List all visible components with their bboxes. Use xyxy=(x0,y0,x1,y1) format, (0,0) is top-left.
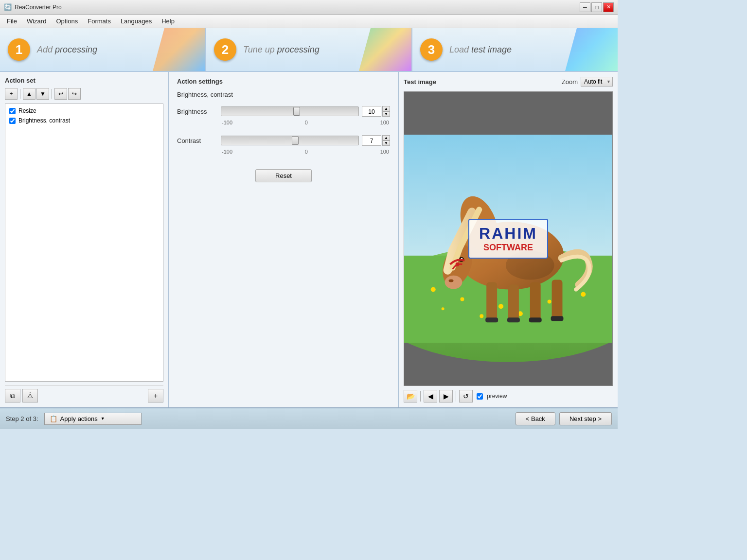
reset-button[interactable]: Reset xyxy=(255,169,312,182)
step-dropdown[interactable]: 📋 Apply actions ▼ xyxy=(44,413,142,425)
brightness-label: Brightness, contrast xyxy=(18,117,70,124)
svg-point-9 xyxy=(480,314,483,318)
back-button[interactable]: < Back xyxy=(516,412,555,425)
step-1-number: 1 xyxy=(8,38,30,61)
contrast-value: 7 xyxy=(362,135,381,146)
app-title: ReaConverter Pro xyxy=(15,4,580,11)
redo-btn[interactable]: ↪ xyxy=(68,88,81,100)
step-3-panel[interactable]: 3 Load test image xyxy=(412,28,618,71)
zoom-select[interactable]: Auto fit 25% 50% 75% 100% 200% xyxy=(581,77,613,87)
brightness-mid: 0 xyxy=(305,120,308,125)
paste-action-btn[interactable]: ⧊ xyxy=(22,389,38,402)
contrast-scale: -100 0 100 xyxy=(221,149,390,155)
brightness-checkbox[interactable] xyxy=(9,118,16,124)
left-bottom-toolbar: ⧉ ⧊ + xyxy=(5,385,163,402)
move-down-btn[interactable]: ▼ xyxy=(36,88,49,100)
svg-rect-23 xyxy=(485,317,498,322)
svg-rect-22 xyxy=(552,280,563,320)
action-item-brightness[interactable]: Brightness, contrast xyxy=(7,116,161,125)
svg-point-5 xyxy=(498,304,503,309)
horse-image xyxy=(404,92,612,385)
test-image-container: RAHIM SOFTWARE xyxy=(404,91,613,386)
open-image-btn[interactable]: 📂 xyxy=(404,390,417,402)
brightness-decrement[interactable]: ▼ xyxy=(382,111,390,117)
contrast-thumb[interactable] xyxy=(292,136,299,145)
main-content: Action set + ▲ ▼ ↩ ↪ Resize Brightness, … xyxy=(0,72,618,407)
svg-rect-20 xyxy=(508,285,519,321)
img-sep-1 xyxy=(420,391,421,402)
step-2-decoration xyxy=(353,28,411,71)
title-bar: 🔄 ReaConverter Pro ─ □ ✕ xyxy=(0,0,618,15)
brightness-increment[interactable]: ▲ xyxy=(382,106,390,111)
undo-btn[interactable]: ↩ xyxy=(54,88,67,100)
right-panel-header: Test image Zoom Auto fit 25% 50% 75% 100… xyxy=(404,77,613,87)
zoom-label: Zoom xyxy=(562,78,578,86)
status-bar: Step 2 of 3: 📋 Apply actions ▼ < Back Ne… xyxy=(0,407,618,429)
zoom-select-wrapper: Auto fit 25% 50% 75% 100% 200% xyxy=(581,77,613,87)
brightness-scale: -100 0 100 xyxy=(221,120,390,125)
middle-panel: Action settings Brightness, contrast Bri… xyxy=(169,72,399,407)
app-icon: 🔄 xyxy=(4,3,12,11)
action-item-resize[interactable]: Resize xyxy=(7,106,161,116)
next-button[interactable]: Next step > xyxy=(559,412,612,425)
action-toolbar: + ▲ ▼ ↩ ↪ xyxy=(5,88,163,100)
step-1-decoration xyxy=(147,28,205,71)
contrast-decrement[interactable]: ▼ xyxy=(382,140,390,146)
contrast-slider[interactable] xyxy=(221,136,359,145)
step-2-panel[interactable]: 2 Tune up processing xyxy=(206,28,412,71)
menu-wizard[interactable]: Wizard xyxy=(22,16,51,27)
brightness-max: 100 xyxy=(380,120,389,125)
menu-bar: File Wizard Options Formats Languages He… xyxy=(0,15,618,28)
svg-rect-19 xyxy=(486,282,497,321)
menu-formats[interactable]: Formats xyxy=(83,16,116,27)
brightness-thumb[interactable] xyxy=(293,107,300,116)
settings-subtitle: Brightness, contrast xyxy=(177,91,390,98)
maximize-button[interactable]: □ xyxy=(591,2,602,12)
brightness-min: -100 xyxy=(222,120,232,125)
action-settings-title: Action settings xyxy=(177,78,390,85)
steps-header: 1 Add processing 2 Tune up processing 3 … xyxy=(0,28,618,72)
image-bottom-toolbar: 📂 ◀ ▶ ↺ preview xyxy=(404,390,613,402)
step-3-text: Load test image xyxy=(449,45,512,55)
toolbar-sep-1 xyxy=(20,89,20,99)
close-button[interactable]: ✕ xyxy=(603,2,614,12)
next-image-btn[interactable]: ▶ xyxy=(439,390,453,402)
add-action-btn[interactable]: + xyxy=(5,88,18,100)
resize-checkbox[interactable] xyxy=(9,108,16,114)
toolbar-sep-2 xyxy=(52,89,52,99)
copy-action-btn[interactable]: ⧉ xyxy=(5,389,20,402)
svg-point-4 xyxy=(460,297,464,301)
nav-buttons: < Back Next step > xyxy=(516,412,612,425)
action-list: Resize Brightness, contrast xyxy=(5,104,163,382)
svg-point-28 xyxy=(506,251,554,280)
step-2-number: 2 xyxy=(214,38,236,61)
menu-languages[interactable]: Languages xyxy=(116,16,157,27)
svg-point-15 xyxy=(445,276,462,289)
window-controls: ─ □ ✕ xyxy=(580,2,614,12)
refresh-image-btn[interactable]: ↺ xyxy=(459,390,473,402)
contrast-increment[interactable]: ▲ xyxy=(382,135,390,140)
preview-checkbox[interactable] xyxy=(477,393,483,400)
svg-point-16 xyxy=(449,280,454,282)
minimize-button[interactable]: ─ xyxy=(580,2,590,12)
svg-rect-26 xyxy=(551,316,564,321)
test-image-title: Test image xyxy=(404,78,562,86)
move-up-btn[interactable]: ▲ xyxy=(23,88,36,100)
brightness-row: Brightness 10 ▲ ▼ xyxy=(177,106,390,117)
step-2-text: Tune up processing xyxy=(243,45,320,55)
svg-rect-25 xyxy=(529,317,542,322)
add-new-action-btn[interactable]: + xyxy=(148,389,163,402)
resize-label: Resize xyxy=(18,107,36,114)
step-1-panel[interactable]: 1 Add processing xyxy=(0,28,206,71)
menu-file[interactable]: File xyxy=(2,16,22,27)
prev-image-btn[interactable]: ◀ xyxy=(424,390,437,402)
dropdown-arrow-icon: ▼ xyxy=(101,416,105,421)
step-info: Step 2 of 3: xyxy=(6,415,38,422)
contrast-row: Contrast 7 ▲ ▼ xyxy=(177,135,390,146)
brightness-slider[interactable] xyxy=(221,106,359,116)
menu-help[interactable]: Help xyxy=(157,16,179,27)
preview-label: preview xyxy=(487,393,507,400)
menu-options[interactable]: Options xyxy=(51,16,83,27)
step-1-text: Add processing xyxy=(37,45,97,55)
svg-point-27 xyxy=(456,262,460,266)
